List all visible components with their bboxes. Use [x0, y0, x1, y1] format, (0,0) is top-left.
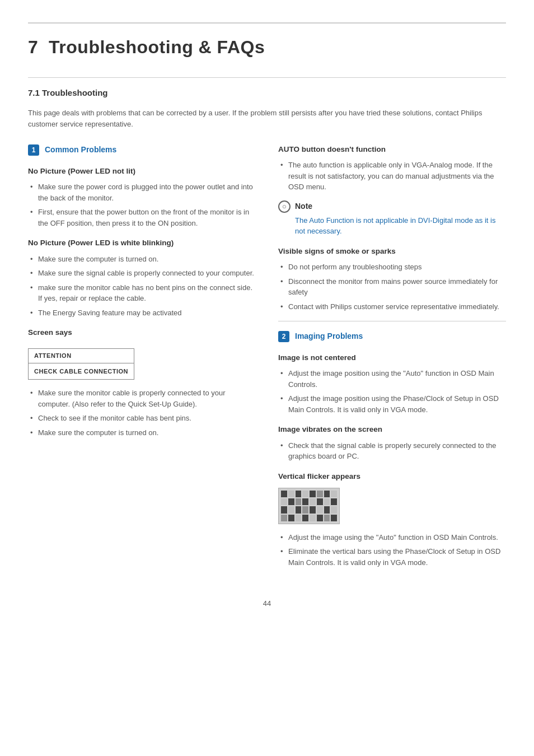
list-item: Check that the signal cable is properly …	[278, 440, 506, 462]
chapter-title: 7 Troubleshooting & FAQs	[28, 34, 506, 60]
image-not-centered-title: Image is not centered	[278, 352, 506, 363]
no-picture-led-title: No Picture (Power LED not lit)	[28, 166, 256, 177]
note-icon-row: ○ Note	[278, 200, 506, 213]
note-icon: ○	[278, 200, 291, 213]
list-item: Make sure the signal cable is properly c…	[28, 268, 256, 279]
list-item: make sure the monitor cable has no bent …	[28, 282, 256, 304]
note-label: Note	[295, 200, 312, 212]
list-item: Adjust the image using the "Auto" functi…	[278, 532, 506, 543]
list-item: Make sure the computer is turned on.	[28, 254, 256, 265]
list-item: The auto function is applicable only in …	[278, 160, 506, 193]
list-item: Adjust the image position using the "Aut…	[278, 368, 506, 390]
imaging-problems-header: 2 Imaging Problems	[278, 330, 506, 342]
note-box: ○ Note The Auto Function is not applicab…	[278, 200, 506, 237]
image-not-centered-list: Adjust the image position using the "Aut…	[278, 368, 506, 415]
list-item: Check to see if the monitor cable has be…	[28, 413, 256, 424]
screen-says-title: Screen says	[28, 327, 256, 338]
no-picture-blinking-title: No Picture (Power LED is white blinking)	[28, 237, 256, 249]
common-problems-badge: 1	[28, 144, 39, 156]
visible-smoke-list: Do not perform any troubleshooting steps…	[278, 262, 506, 312]
page-number: 44	[28, 598, 506, 609]
image-vibrates-title: Image vibrates on the screen	[278, 424, 506, 435]
attention-body: CHECK CABLE CONNECTION	[29, 363, 134, 380]
list-item: First, ensure that the power button on t…	[28, 207, 256, 228]
two-column-layout: 1 Common Problems No Picture (Power LED …	[28, 144, 506, 576]
no-picture-blinking-list: Make sure the computer is turned on. Mak…	[28, 254, 256, 319]
common-problems-header: 1 Common Problems	[28, 144, 256, 156]
list-item: Make sure the power cord is plugged into…	[28, 181, 256, 203]
no-picture-led-list: Make sure the power cord is plugged into…	[28, 181, 256, 228]
imaging-problems-badge: 2	[278, 331, 289, 342]
vertical-flicker-list: Adjust the image using the "Auto" functi…	[278, 532, 506, 568]
left-column: 1 Common Problems No Picture (Power LED …	[28, 144, 256, 576]
list-item: Do not perform any troubleshooting steps	[278, 262, 506, 273]
top-divider	[28, 22, 506, 24]
common-problems-label: Common Problems	[45, 144, 116, 156]
list-item: Make sure the monitor cable is properly …	[28, 388, 256, 409]
auto-button-list: The auto function is applicable only in …	[278, 160, 506, 193]
list-item: The Energy Saving feature may be activat…	[28, 307, 256, 319]
list-item: Eliminate the vertical bars using the Ph…	[278, 546, 506, 568]
screen-says-list: Make sure the monitor cable is properly …	[28, 388, 256, 438]
intro-text: This page deals with problems that can b…	[28, 108, 506, 131]
list-item: Adjust the image position using the Phas…	[278, 393, 506, 415]
section-divider	[28, 77, 506, 78]
list-item: Contact with Philips customer service re…	[278, 301, 506, 312]
col-divider	[278, 321, 506, 321]
visible-smoke-title: Visible signs of smoke or sparks	[278, 246, 506, 257]
imaging-problems-label: Imaging Problems	[295, 330, 363, 342]
note-text: The Auto Function is not applicable in D…	[278, 215, 506, 237]
vertical-flicker-image	[278, 488, 340, 524]
section-71-title: 7.1 Troubleshooting	[28, 87, 506, 100]
auto-button-title: AUTO button doesn't function	[278, 144, 506, 155]
attention-header: ATTENTION	[29, 349, 134, 363]
image-vibrates-list: Check that the signal cable is properly …	[278, 440, 506, 462]
list-item: Disconnect the monitor from mains power …	[278, 276, 506, 298]
attention-box: ATTENTION CHECK CABLE CONNECTION	[28, 348, 134, 380]
list-item: Make sure the computer is turned on.	[28, 427, 256, 438]
page-container: 7 Troubleshooting & FAQs 7.1 Troubleshoo…	[28, 22, 506, 609]
vertical-flicker-title: Vertical flicker appears	[278, 471, 506, 482]
right-column: AUTO button doesn't function The auto fu…	[278, 144, 506, 576]
